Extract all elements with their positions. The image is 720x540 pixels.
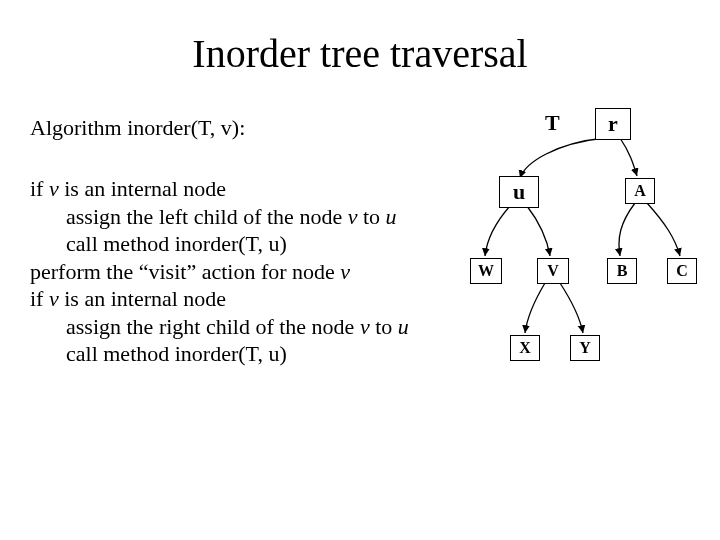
- node-u: u: [499, 176, 539, 208]
- edge-v-y: [560, 283, 583, 333]
- text: assign the left child of the node: [66, 204, 348, 229]
- pseudo-line-3: call method inorder(T, u): [30, 230, 409, 258]
- node-X: X: [510, 335, 540, 361]
- text: perform the “visit” action for node: [30, 259, 340, 284]
- text: to: [357, 204, 385, 229]
- pseudo-line-2: assign the left child of the node v to u: [30, 203, 409, 231]
- pseudo-line-1: if v is an internal node: [30, 175, 409, 203]
- edge-a-c: [647, 203, 680, 256]
- node-r: r: [595, 108, 631, 140]
- var-v: v: [49, 176, 59, 201]
- pseudo-line-5: if v is an internal node: [30, 285, 409, 313]
- node-W: W: [470, 258, 502, 284]
- edge-v-x: [525, 283, 545, 333]
- pseudocode-block: if v is an internal node assign the left…: [30, 175, 409, 368]
- node-A: A: [625, 178, 655, 204]
- var-u: u: [398, 314, 409, 339]
- algorithm-heading: Algorithm inorder(T, v):: [30, 115, 245, 141]
- var-v: v: [340, 259, 350, 284]
- edge-r-u: [520, 138, 605, 178]
- page-title: Inorder tree traversal: [0, 30, 720, 77]
- var-u: u: [386, 204, 397, 229]
- text: if: [30, 286, 49, 311]
- text: assign the right child of the node: [66, 314, 360, 339]
- slide: Inorder tree traversal Algorithm inorder…: [0, 0, 720, 540]
- pseudo-line-7: call method inorder(T, u): [30, 340, 409, 368]
- tree-label-T: T: [545, 110, 575, 138]
- node-V: V: [537, 258, 569, 284]
- edge-u-v: [527, 206, 550, 256]
- var-v: v: [360, 314, 370, 339]
- var-v: v: [49, 286, 59, 311]
- edge-a-b: [619, 203, 635, 256]
- var-v: v: [348, 204, 358, 229]
- text: if: [30, 176, 49, 201]
- node-Y: Y: [570, 335, 600, 361]
- text: to: [370, 314, 398, 339]
- edge-u-w: [485, 206, 510, 256]
- node-B: B: [607, 258, 637, 284]
- edge-r-a: [620, 138, 637, 176]
- pseudo-line-6: assign the right child of the node v to …: [30, 313, 409, 341]
- tree-diagram: T r u A W V B C X Y: [465, 108, 705, 378]
- text: is an internal node: [59, 286, 226, 311]
- pseudo-line-4: perform the “visit” action for node v: [30, 258, 409, 286]
- text: is an internal node: [59, 176, 226, 201]
- node-C: C: [667, 258, 697, 284]
